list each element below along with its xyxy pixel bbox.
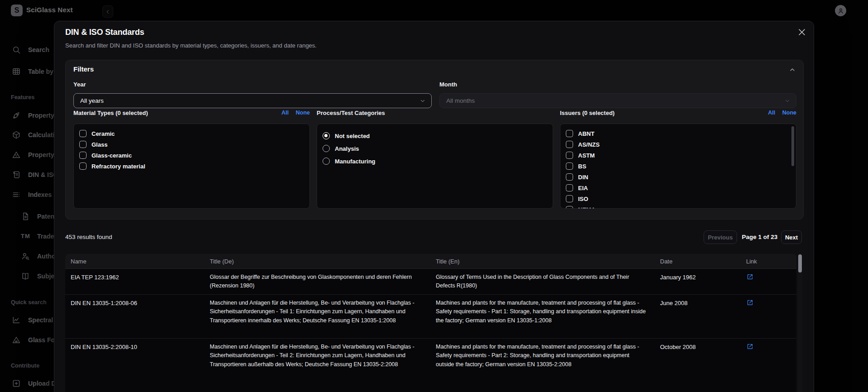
material-option-glass[interactable]: Glass xyxy=(79,139,304,150)
issuers-box: ABNTAS/NZSASTMBSDINEIAISONEMA xyxy=(560,124,796,209)
checkbox-unchecked[interactable] xyxy=(79,163,87,170)
checkbox-unchecked[interactable] xyxy=(566,173,573,181)
material-option-refractory-material[interactable]: Refractory material xyxy=(79,161,304,172)
cell-name: DIN EN 13035-1:2008-06 xyxy=(65,295,204,338)
checkbox-unchecked[interactable] xyxy=(79,130,87,137)
chevron-down-icon xyxy=(420,98,426,104)
material-none-link[interactable]: None xyxy=(296,110,310,116)
categories-box: Not selectedAnalysisManufacturing xyxy=(317,124,553,209)
chevron-down-icon xyxy=(784,98,791,104)
filters-title: Filters xyxy=(73,65,94,73)
option-label: Manufacturing xyxy=(335,158,376,165)
checkbox-unchecked[interactable] xyxy=(566,141,573,148)
category-option-analysis[interactable]: Analysis xyxy=(323,142,547,155)
page-indicator: Page 1 of 23 xyxy=(742,234,778,240)
modal-subtitle: Search and filter DIN and ISO standards … xyxy=(65,42,317,49)
radio-selected[interactable] xyxy=(323,132,330,139)
checkbox-unchecked[interactable] xyxy=(566,152,573,159)
checkbox-unchecked[interactable] xyxy=(566,195,573,202)
material-option-ceramic[interactable]: Ceramic xyxy=(79,128,304,139)
categories-label: Process/Test Categories xyxy=(317,110,385,116)
issuer-option-astm[interactable]: ASTM xyxy=(566,150,791,161)
month-select-value: All months xyxy=(446,97,475,104)
cell-title-en: Glossary of Terms Used in the Descriptio… xyxy=(430,269,655,294)
filters-card: Filters Year All years Month All months … xyxy=(65,60,804,220)
issuer-option-bs[interactable]: BS xyxy=(566,161,791,172)
issuers-links: All None xyxy=(560,110,796,116)
issuer-option-nema[interactable]: NEMA xyxy=(566,204,791,209)
close-icon[interactable] xyxy=(796,27,807,38)
din-iso-standards-modal: DIN & ISO Standards Search and filter DI… xyxy=(54,21,814,392)
checkbox-unchecked[interactable] xyxy=(566,184,573,191)
column-header-title-de-: Title (De) xyxy=(204,254,430,268)
radio-unselected[interactable] xyxy=(323,145,330,152)
results-count: 453 results found xyxy=(65,234,112,240)
table-scrollbar-thumb[interactable] xyxy=(798,254,802,272)
external-link-icon[interactable] xyxy=(746,273,754,281)
year-label: Year xyxy=(73,81,86,88)
year-select-value: All years xyxy=(80,97,104,104)
material-types-box: CeramicGlassGlass-ceramicRefractory mate… xyxy=(73,124,310,209)
option-label: NEMA xyxy=(578,206,595,209)
category-option-not-selected[interactable]: Not selected xyxy=(323,129,547,142)
issuer-option-abnt[interactable]: ABNT xyxy=(566,128,791,139)
option-label: Not selected xyxy=(335,133,370,139)
month-select[interactable]: All months xyxy=(439,93,796,108)
cell-title-de: Maschinen und Anlagen für die Herstellun… xyxy=(204,339,430,392)
issuer-option-iso[interactable]: ISO xyxy=(566,193,791,204)
option-label: Glass xyxy=(92,141,107,148)
page: S SciGlass Next SearchTable byFeaturesPr… xyxy=(0,0,868,392)
issuers-none-link[interactable]: None xyxy=(782,110,796,116)
option-label: Refractory material xyxy=(92,163,145,170)
column-header-name: Name xyxy=(65,254,204,268)
checkbox-unchecked[interactable] xyxy=(566,163,573,170)
cell-title-de: Glossar der Begriffe zur Beschreibung vo… xyxy=(204,269,430,294)
external-link-icon[interactable] xyxy=(746,299,754,306)
cell-link xyxy=(741,269,796,294)
next-page-button[interactable]: Next xyxy=(781,230,802,244)
cell-title-en: Machines and plants for the manufacture,… xyxy=(430,339,655,392)
table-header-row: NameTitle (De)Title (En)DateLink xyxy=(65,254,796,269)
cell-link xyxy=(741,295,796,338)
month-label: Month xyxy=(439,81,457,88)
option-label: ISO xyxy=(578,196,588,202)
option-label: ABNT xyxy=(578,130,594,137)
column-header-date: Date xyxy=(655,254,741,268)
cell-link xyxy=(741,339,796,392)
checkbox-unchecked[interactable] xyxy=(79,152,87,159)
table-scrollbar[interactable] xyxy=(798,253,802,392)
cell-name: DIN EN 13035-2:2008-10 xyxy=(65,339,204,392)
previous-page-button[interactable]: Previous xyxy=(704,230,737,244)
option-label: AS/NZS xyxy=(578,141,600,148)
option-label: Ceramic xyxy=(92,130,115,137)
option-label: DIN xyxy=(578,174,588,181)
material-all-link[interactable]: All xyxy=(281,110,289,116)
issuer-option-as-nzs[interactable]: AS/NZS xyxy=(566,139,791,150)
option-label: EIA xyxy=(578,185,588,191)
checkbox-unchecked[interactable] xyxy=(566,206,573,209)
results-table: NameTitle (De)Title (En)DateLink EIA TEP… xyxy=(65,254,796,392)
option-label: Analysis xyxy=(335,145,359,152)
table-row: EIA TEP 123:1962Glossar der Begriffe zur… xyxy=(65,269,796,295)
cell-date: January 1962 xyxy=(655,269,741,294)
external-link-icon[interactable] xyxy=(746,343,754,350)
radio-unselected[interactable] xyxy=(323,158,330,165)
cell-date: October 2008 xyxy=(655,339,741,392)
issuer-option-din[interactable]: DIN xyxy=(566,172,791,182)
issuers-all-link[interactable]: All xyxy=(768,110,775,116)
option-label: BS xyxy=(578,163,586,170)
table-row: DIN EN 13035-1:2008-06Maschinen und Anla… xyxy=(65,295,796,339)
issuers-scrollbar[interactable] xyxy=(791,126,794,166)
issuer-option-eia[interactable]: EIA xyxy=(566,182,791,193)
material-option-glass-ceramic[interactable]: Glass-ceramic xyxy=(79,150,304,161)
checkbox-unchecked[interactable] xyxy=(79,141,87,148)
cell-date: June 2008 xyxy=(655,295,741,338)
filters-collapse-chevron-up-icon[interactable] xyxy=(789,66,796,73)
category-option-manufacturing[interactable]: Manufacturing xyxy=(323,155,547,167)
material-types-links: All None xyxy=(73,110,310,116)
column-header-link: Link xyxy=(741,254,796,268)
year-select[interactable]: All years xyxy=(73,93,432,108)
option-label: Glass-ceramic xyxy=(92,152,132,159)
modal-title: DIN & ISO Standards xyxy=(65,28,144,37)
checkbox-unchecked[interactable] xyxy=(566,130,573,137)
